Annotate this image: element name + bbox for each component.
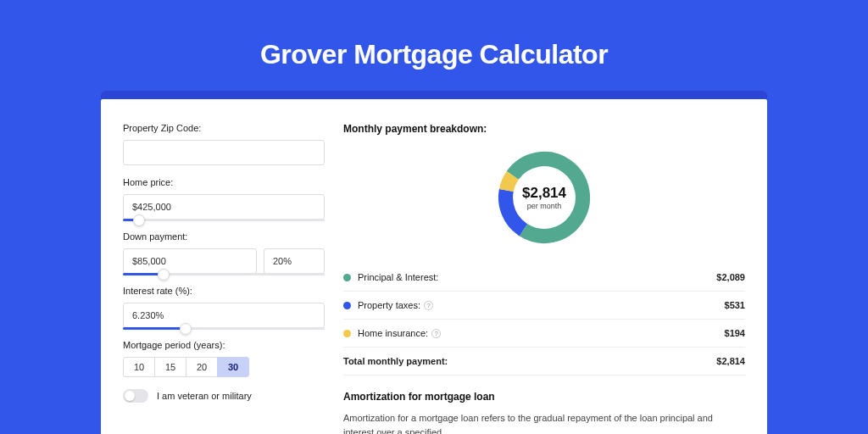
zip-input[interactable] (123, 140, 325, 165)
breakdown-title: Monthly payment breakdown: (343, 123, 745, 135)
legend-row-insurance: Home insurance: ? $194 (343, 320, 745, 348)
slider-thumb[interactable] (133, 214, 145, 226)
legend-value: $531 (725, 300, 745, 310)
period-segmented: 10 15 20 30 (123, 357, 325, 377)
dot-icon (343, 274, 351, 281)
period-option-30[interactable]: 30 (217, 357, 249, 377)
slider-thumb[interactable] (180, 323, 192, 335)
breakdown-legend: Principal & Interest: $2,089 Property ta… (343, 264, 745, 376)
donut-sub: per month (527, 202, 562, 210)
info-icon[interactable]: ? (424, 301, 433, 310)
slider-thumb[interactable] (158, 269, 170, 281)
breakdown-donut: $2,814 per month (493, 147, 595, 248)
info-icon[interactable]: ? (431, 329, 441, 338)
amortization-section: Amortization for mortgage loan Amortizat… (343, 391, 745, 434)
down-payment-group: Down payment: (123, 231, 325, 274)
amortization-body: Amortization for a mortgage loan refers … (343, 411, 745, 434)
donut-amount: $2,814 (522, 185, 566, 202)
period-group: Mortgage period (years): 10 15 20 30 (123, 340, 325, 377)
zip-group: Property Zip Code: (123, 123, 325, 165)
card-shadow: Property Zip Code: Home price: Down paym… (101, 91, 767, 434)
legend-value: $2,089 (716, 272, 745, 282)
period-option-15[interactable]: 15 (154, 357, 186, 377)
interest-label: Interest rate (%): (123, 286, 325, 296)
veteran-label: I am veteran or military (157, 391, 252, 401)
home-price-group: Home price: (123, 177, 325, 220)
down-payment-label: Down payment: (123, 231, 325, 242)
down-payment-pct-input[interactable] (264, 248, 325, 274)
period-label: Mortgage period (years): (123, 340, 325, 350)
legend-value: $194 (725, 328, 745, 338)
calculator-card: Property Zip Code: Home price: Down paym… (101, 99, 767, 434)
interest-input[interactable] (123, 303, 325, 328)
veteran-row: I am veteran or military (123, 389, 325, 403)
home-price-label: Home price: (123, 177, 325, 187)
breakdown-panel: Monthly payment breakdown: $2,814 per mo… (343, 123, 745, 434)
legend-row-total: Total monthly payment: $2,814 (343, 348, 745, 376)
home-price-slider[interactable] (123, 219, 325, 221)
period-option-10[interactable]: 10 (123, 357, 155, 377)
down-payment-input[interactable] (123, 248, 257, 274)
interest-slider[interactable] (123, 327, 325, 330)
zip-label: Property Zip Code: (123, 123, 325, 133)
legend-row-taxes: Property taxes: ? $531 (343, 292, 745, 320)
home-price-input[interactable] (123, 194, 325, 220)
legend-value: $2,814 (716, 356, 745, 366)
down-payment-slider[interactable] (123, 273, 325, 275)
amortization-title: Amortization for mortgage loan (343, 391, 745, 403)
interest-group: Interest rate (%): (123, 286, 325, 328)
dot-icon (343, 330, 351, 337)
period-option-20[interactable]: 20 (186, 357, 218, 377)
page-title: Grover Mortgage Calculator (0, 39, 868, 70)
veteran-toggle[interactable] (123, 389, 148, 403)
inputs-panel: Property Zip Code: Home price: Down paym… (123, 123, 325, 434)
legend-row-principal: Principal & Interest: $2,089 (343, 264, 745, 292)
dot-icon (343, 302, 351, 309)
